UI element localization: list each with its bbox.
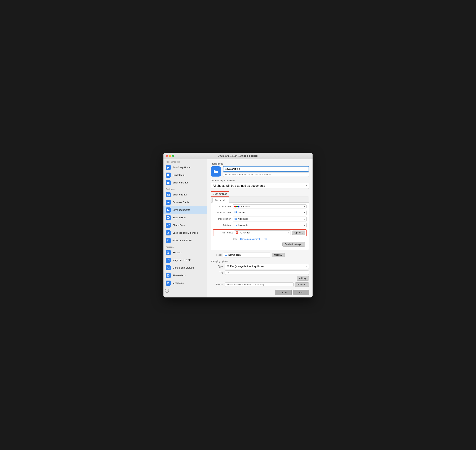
sidebar-item-scan-to-folder[interactable]: Scan to Folder <box>163 179 207 187</box>
file-format-select[interactable]: PDF PDF (*.pdf) ▾ <box>234 230 291 235</box>
svg-rect-37 <box>236 212 237 213</box>
sidebar-item-scan-to-print[interactable]: Scan to Print <box>163 214 207 221</box>
feed-select[interactable]: Normal scan ▾ <box>223 253 270 257</box>
profile-name-inputs: Scans a document and saves data as a PDF… <box>223 166 309 177</box>
svg-rect-6 <box>167 202 169 203</box>
sidebar-item-label-magazine: Magazine in PDF <box>173 259 191 261</box>
add-button[interactable]: Add <box>293 290 309 295</box>
image-quality-value: Automatic <box>238 218 248 220</box>
file-format-option-button[interactable]: Option... <box>292 231 305 235</box>
doc-type-chevron: ▾ <box>306 185 307 187</box>
image-quality-select[interactable]: Automatic ▾ <box>233 217 307 221</box>
sidebar-section-business: Business <box>163 187 207 191</box>
scan-settings-panel: Documents Color mode: <box>211 196 309 250</box>
type-label: Type: <box>211 265 223 268</box>
svg-line-16 <box>168 225 169 225</box>
content-area: Recommended ScanSnap Home Quick Menu <box>163 159 313 297</box>
color-mode-value: Automatic <box>241 205 250 208</box>
rotation-select[interactable]: Automatic ▾ <box>233 223 307 228</box>
doc-type-dropdown[interactable]: All sheets will be scanned as documents … <box>211 183 309 189</box>
feed-icon <box>225 254 227 257</box>
scanning-side-value: Duplex <box>238 211 245 214</box>
sidebar-item-edocument[interactable]: e-Document Mode <box>163 237 207 244</box>
rotation-value: Automatic <box>238 224 248 226</box>
help-button[interactable]: ? <box>165 289 169 293</box>
tag-row: Tag: <box>211 270 309 275</box>
sidebar-item-business-trip[interactable]: Business Trip Expenses <box>163 229 207 237</box>
feed-option-button[interactable]: Option... <box>272 253 285 257</box>
app-window: Add new profile:iX1500-■■ ■ ■■■■■■ Recom… <box>163 153 313 297</box>
managing-options-section: Managing options Type: Mac (Manage in Sc… <box>211 260 309 287</box>
svg-rect-2 <box>168 174 169 175</box>
image-quality-inner: Automatic <box>234 218 248 220</box>
sidebar-item-receipts[interactable]: Receipts <box>163 249 207 256</box>
sidebar-section-recommended: Recommended <box>163 159 207 164</box>
scanning-side-icon <box>234 211 237 214</box>
window-title: Add new profile:iX1500-■■ ■ ■■■■■■ <box>218 154 258 157</box>
tab-documents[interactable]: Documents <box>212 198 229 202</box>
svg-rect-4 <box>168 175 169 176</box>
detailed-settings-row: Detailed settings... <box>213 242 307 248</box>
footer-buttons: Cancel Add <box>211 290 309 295</box>
tab-bar: Documents <box>211 197 309 202</box>
title-label: Title: <box>233 238 238 240</box>
sidebar-item-scan-to-email[interactable]: Scan to Email <box>163 191 207 199</box>
type-row: Type: Mac (Manage in ScanSnap Home) ▾ <box>211 264 309 269</box>
scanning-side-select[interactable]: Duplex ▾ <box>233 210 307 215</box>
sidebar-item-label-manual-catalog: Manual and Catalog <box>173 266 194 269</box>
managing-options-label: Managing options <box>211 260 309 263</box>
sidebar-item-my-recipe[interactable]: My Recipe <box>163 279 207 287</box>
titlebar: Add new profile:iX1500-■■ ■ ■■■■■■ <box>163 153 313 159</box>
business-cards-icon <box>166 200 171 205</box>
profile-name-row: Scans a document and saves data as a PDF… <box>211 166 309 177</box>
maximize-button[interactable] <box>172 155 174 157</box>
type-select[interactable]: Mac (Manage in ScanSnap Home) ▾ <box>225 264 309 269</box>
close-button[interactable] <box>166 155 168 157</box>
type-chevron: ▾ <box>306 266 307 267</box>
doc-type-label: Document type detection <box>211 179 309 182</box>
save-to-input[interactable] <box>225 282 294 287</box>
sidebar-item-photo-album[interactable]: Photo Album <box>163 272 207 279</box>
svg-rect-1 <box>167 174 168 175</box>
sidebar: Recommended ScanSnap Home Quick Menu <box>163 159 207 297</box>
file-format-value: PDF (*.pdf) <box>239 231 250 234</box>
minimize-button[interactable] <box>169 155 171 157</box>
sidebar-item-magazine[interactable]: Magazine in PDF <box>163 256 207 264</box>
color-mode-icon <box>234 206 239 207</box>
profile-name-input[interactable] <box>223 166 309 172</box>
share-docs-icon <box>166 223 171 228</box>
cancel-button[interactable]: Cancel <box>275 290 292 295</box>
add-tag-button[interactable]: Add tag <box>297 276 309 281</box>
scansnap-home-icon <box>166 165 171 170</box>
scan-to-folder-icon <box>166 180 171 185</box>
scan-fields: Color mode: Automatic ▾ <box>211 202 309 250</box>
tag-input[interactable] <box>225 270 309 275</box>
svg-rect-36 <box>235 212 235 213</box>
sidebar-item-label-scan-to-print: Scan to Print <box>173 216 186 219</box>
save-to-row: Save to: Browse... <box>211 282 309 287</box>
scanning-side-chevron: ▾ <box>304 212 305 214</box>
scan-to-print-icon <box>166 215 171 220</box>
edocument-icon <box>166 238 171 243</box>
sidebar-item-business-cards[interactable]: Business Cards <box>163 199 207 206</box>
color-mode-select[interactable]: Automatic ▾ <box>233 204 307 209</box>
svg-line-17 <box>168 225 169 226</box>
svg-rect-5 <box>167 194 169 196</box>
sidebar-item-scansnap-home[interactable]: ScanSnap Home <box>163 164 207 171</box>
sidebar-item-share-docs[interactable]: Share Docs <box>163 221 207 229</box>
manual-catalog-icon <box>166 265 171 270</box>
quick-menu-icon <box>166 172 171 178</box>
detailed-settings-button[interactable]: Detailed settings... <box>282 242 305 247</box>
sidebar-item-label-share-docs: Share Docs <box>173 224 185 226</box>
magazine-icon <box>166 258 171 263</box>
image-quality-row: Image quality: Automatic ▾ <box>213 217 307 221</box>
sidebar-item-quick-menu[interactable]: Quick Menu <box>163 171 207 179</box>
title-value: [Date on a document]_[Title] <box>240 238 267 240</box>
sidebar-item-manual-catalog[interactable]: Manual and Catalog <box>163 264 207 272</box>
scan-settings-tab-bar: Scan settings <box>211 191 309 196</box>
file-format-chevron: ▾ <box>288 232 289 234</box>
sidebar-item-save-documents[interactable]: Save documents <box>163 206 207 214</box>
scan-settings-tab[interactable]: Scan settings <box>211 191 229 196</box>
svg-rect-11 <box>167 218 169 219</box>
browse-button[interactable]: Browse... <box>295 282 309 287</box>
